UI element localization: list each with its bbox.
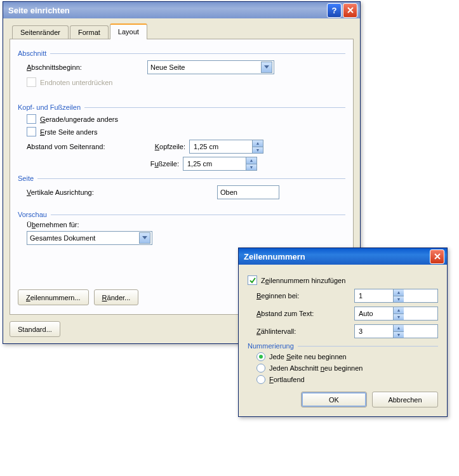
add-line-numbers-label: Zeilennummern hinzufügen [261,277,345,284]
tab-strip: Seitenränder Format Layout [10,23,354,39]
spin-up-icon[interactable]: ▲ [393,325,404,331]
window-title: Seite einrichten [8,6,70,15]
footer-spinner[interactable]: 1,25 cm ▲▼ [183,157,257,171]
line-numbers-dialog: Zeilennummern Zeilennummern hinzufügen B… [238,248,448,417]
spin-down-icon[interactable]: ▼ [393,314,404,321]
tab-layout[interactable]: Layout [110,23,147,39]
valign-dropdown[interactable]: Oben [217,185,279,199]
cancel-button[interactable]: Abbrechen [372,392,438,407]
start-at-label: Beginnen bei: [256,292,348,300]
window-title: Zeilennummern [244,252,305,261]
suppress-endnotes-label: Endnoten unterdrücken [40,79,112,86]
valign-label: Vertikale Ausrichtung: [27,188,211,196]
apply-to-dropdown[interactable]: Gesamtes Dokument [27,231,152,245]
distance-text-label: Abstand zum Text: [256,310,348,317]
odd-even-checkbox[interactable] [27,114,36,124]
spin-up-icon[interactable]: ▲ [393,307,404,314]
restart-each-section-radio[interactable] [256,364,265,373]
help-button[interactable]: ? [327,3,342,18]
chevron-down-icon[interactable] [261,62,272,73]
section-start-label: Abschnittsbeginn: [27,63,141,71]
start-at-spinner[interactable]: 1 ▲▼ [354,289,438,303]
continuous-radio[interactable] [256,375,265,384]
spin-up-icon[interactable]: ▲ [393,289,404,296]
ok-button[interactable]: OK [301,392,367,407]
spin-down-icon[interactable]: ▼ [252,147,263,154]
spin-up-icon[interactable]: ▲ [252,140,263,147]
tab-format[interactable]: Format [70,25,109,39]
default-button[interactable]: Standard... [10,321,60,337]
suppress-endnotes-checkbox [27,77,36,87]
continuous-label: Fortlaufend [269,376,305,383]
distance-label: Abstand vom Seitenrand: [27,143,135,150]
add-line-numbers-checkbox[interactable] [248,275,257,285]
apply-to-label: Übernehmen für: [27,221,345,228]
count-interval-spinner[interactable]: 3 ▲▼ [354,324,438,338]
distance-text-spinner[interactable]: Auto ▲▼ [354,307,438,321]
page-heading: Seite [18,175,345,182]
line-numbers-button[interactable]: Zeilennummern... [18,289,89,305]
restart-each-section-label: Jeden Abschnitt neu beginnen [269,364,363,372]
count-interval-label: Zählintervall: [256,327,348,335]
titlebar[interactable]: Zeilennummern [239,248,447,265]
close-button[interactable] [343,3,357,18]
numbering-heading: Nummerierung [248,342,438,350]
preview-heading: Vorschau [18,211,345,218]
section-start-dropdown[interactable]: Neue Seite [147,60,274,74]
tab-margins[interactable]: Seitenränder [12,25,69,39]
footer-sublabel: Fußzeile: [135,160,179,168]
spin-up-icon[interactable]: ▲ [246,157,256,164]
restart-each-page-radio[interactable] [256,352,265,361]
odd-even-label: Gerade/ungerade anders [40,116,118,123]
first-page-label: Erste Seite anders [40,128,98,136]
spin-down-icon[interactable]: ▼ [246,164,256,171]
titlebar[interactable]: Seite einrichten ? [3,2,360,18]
first-page-checkbox[interactable] [27,127,36,136]
header-footer-heading: Kopf- und Fußzeilen [18,103,345,111]
header-spinner[interactable]: 1,25 cm ▲▼ [189,140,263,154]
chevron-down-icon[interactable] [139,232,150,244]
spin-down-icon[interactable]: ▼ [393,296,404,303]
close-button[interactable] [430,249,444,264]
restart-each-page-label: Jede Seite neu beginnen [269,353,347,360]
section-heading: Abschnitt [18,50,345,57]
header-sublabel: Kopfzeile: [141,143,185,150]
spin-down-icon[interactable]: ▼ [393,331,404,338]
borders-button[interactable]: Ränder... [94,289,139,305]
